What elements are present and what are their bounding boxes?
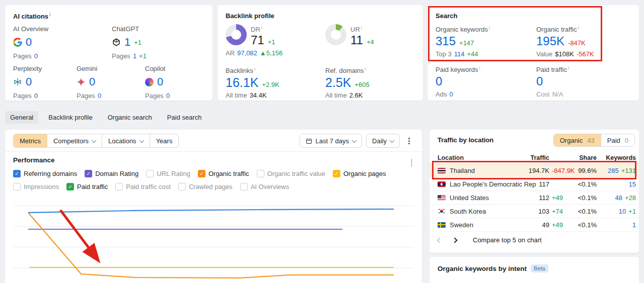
organic-traffic-delta: -847K [568,39,586,47]
compare-top5-link[interactable]: Compare top 5 on chart [473,236,542,244]
checkbox-organic-traffic[interactable]: ✓Organic traffic [198,169,249,178]
keywords-value[interactable]: 285 [608,167,619,174]
tab-organic-search[interactable]: Organic search [103,111,157,124]
chatgpt-icon [112,38,121,47]
chevron-left-icon[interactable] [437,237,442,243]
table-row-sweden[interactable]: Sweden 49+49 <0.1% 1 [430,218,639,232]
granularity-button[interactable]: Daily [366,134,400,148]
checkbox-unchecked-icon [257,170,264,177]
ai-overview-block: AI Overview 0 Pages 0 [13,25,79,60]
checkbox-url-rating[interactable]: URL Rating [146,169,190,178]
keywords-value[interactable]: 1 [632,221,636,229]
table-row-thailand[interactable]: Thailand 194.7K-847.9K 99.6% 285+131 [430,164,639,177]
checkbox-domain-rating[interactable]: ✓Domain Rating [85,169,138,178]
chatgpt-label: ChatGPT [112,25,177,33]
chatgpt-delta: +1 [134,39,141,46]
collapse-section-button[interactable] [411,159,412,166]
chatgpt-value[interactable]: 1 [124,36,130,49]
checkbox-organic-pages[interactable]: ✓Organic pages [333,169,386,178]
chevron-down-icon [139,138,144,143]
checkbox-ai-overviews[interactable]: AI Overviews [240,182,290,192]
pages-value[interactable]: 1 [133,52,136,60]
location-table-body: Thailand 194.7K-847.9K 99.6% 285+131 Lao… [430,164,639,232]
ar-label: AR [226,49,235,57]
locations-filter-button[interactable]: Locations [102,134,150,147]
organic-keywords-value[interactable]: 315 [436,34,456,48]
backlinks-value[interactable]: 16.1K [226,75,258,89]
chevron-down-icon [352,138,357,143]
organic-keywords-intent-title: Organic keywords by intent [438,265,527,272]
pages-value[interactable]: 0 [98,92,101,100]
checkbox-crawled-pages[interactable]: Crawled pages [178,182,233,192]
checkbox-referring-domains[interactable]: ✓Referring domains [13,169,77,178]
date-range-button[interactable]: Last 7 days [300,134,363,148]
red-arrow-annotation [60,210,94,254]
metric-checkbox-group: ✓Referring domains ✓Domain Rating URL Ra… [13,169,414,192]
calendar-icon [306,138,312,144]
header-keywords[interactable]: Keywords [597,154,636,161]
checkbox-paid-traffic-cost[interactable]: Paid traffic cost [115,182,171,192]
table-row-united-states[interactable]: United States 112+49 <0.1% 48+28 [430,191,639,205]
pages-value[interactable]: 0 [34,52,38,60]
ai-overview-value[interactable]: 0 [26,36,32,49]
table-row-south-korea[interactable]: South Korea 103+74 <0.1% 10+1 [430,205,639,218]
top3-value[interactable]: 114 [454,50,465,58]
paid-keywords-value[interactable]: 0 [436,74,442,88]
alltime-label: All time [226,91,247,100]
ai-overview-label: AI Overview [13,25,79,33]
ar-delta: ▲5,156 [260,49,282,57]
backlinks-delta: +2.9K [262,81,279,88]
checkbox-label: Organic traffic [208,170,249,177]
header-location[interactable]: Location [438,154,506,161]
organic-toggle-label: Organic [560,137,583,144]
organic-toggle-button[interactable]: Organic 43 [554,134,601,146]
checkbox-label: Paid traffic cost [126,183,171,191]
tab-backlink-profile[interactable]: Backlink profile [43,111,97,124]
ads-value[interactable]: 0 [449,90,453,99]
perplexity-value[interactable]: 0 [26,75,32,88]
perplexity-block: Perplexity 0 Pages 0 [13,65,79,100]
years-filter-button[interactable]: Years [150,134,179,147]
more-options-kebab-button[interactable] [404,134,414,148]
dr-value: 71 [251,33,264,47]
ai-citations-card: AI citations AI Overview 0 Pages 0 ChatG… [5,5,212,101]
checkbox-unchecked-icon [115,183,123,191]
ar-value[interactable]: 97,082 [237,49,257,57]
alltime-label: All time [325,91,347,100]
alltime-value: 34.4K [250,91,267,100]
chevron-up-icon [411,159,412,167]
checkbox-impressions[interactable]: Impressions [13,182,59,192]
chevron-right-icon[interactable] [452,237,457,243]
metrics-filter-button[interactable]: Metrics [14,134,47,147]
keywords-value[interactable]: 48 [615,194,622,202]
tab-general[interactable]: General [5,111,38,124]
keywords-value[interactable]: 10 [619,208,626,215]
pages-value[interactable]: 0 [166,92,170,100]
keywords-delta: +28 [625,194,636,202]
copilot-icon [145,78,154,86]
keywords-value[interactable]: 15 [629,180,636,188]
pages-value[interactable]: 0 [34,92,38,100]
alltime-value: 2.6K [349,91,363,100]
paid-count: 0 [625,137,628,144]
table-row-laos[interactable]: Lao People's Democratic Rep 117 <0.1% 15 [430,177,639,191]
pages-label: Pages [13,52,32,60]
tab-paid-search[interactable]: Paid search [162,111,207,124]
checkbox-checked-icon: ✓ [333,170,340,177]
gemini-icon [77,77,86,86]
paid-traffic-value[interactable]: 0 [536,74,543,88]
header-share[interactable]: Share [571,154,597,161]
checkbox-organic-traffic-value[interactable]: Organic traffic value [257,169,325,178]
paid-toggle-button[interactable]: Paid 0 [601,134,634,146]
copilot-value[interactable]: 0 [157,75,163,88]
organic-traffic-value[interactable]: 195K [536,34,564,48]
gemini-value[interactable]: 0 [89,75,95,88]
performance-line-chart[interactable] [5,194,422,283]
competitors-filter-button[interactable]: Competitors [47,134,102,147]
checkbox-paid-traffic[interactable]: ✓Paid traffic [66,182,108,192]
competitors-label: Competitors [53,137,89,145]
dr-donut-chart [226,24,247,45]
section-tabbar: General Backlink profile Organic search … [5,111,207,124]
header-traffic[interactable]: Traffic [506,154,549,161]
ref-domains-value[interactable]: 2.5K [325,75,351,89]
